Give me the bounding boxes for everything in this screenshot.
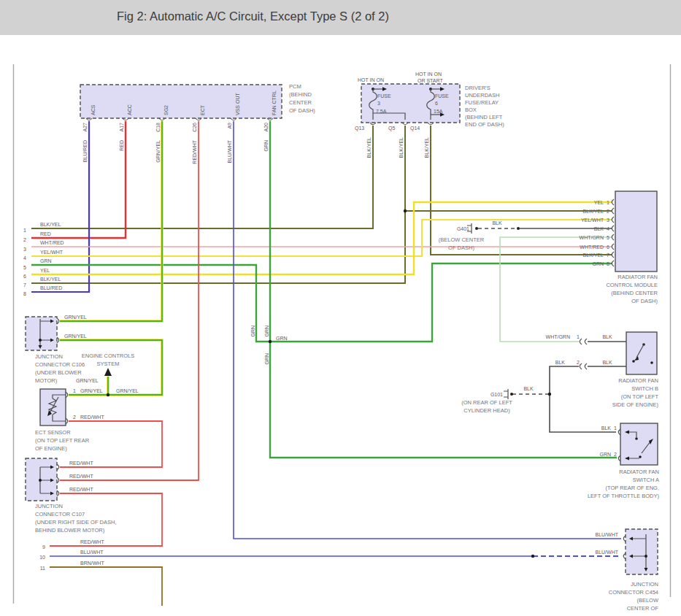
rfcm-label-3: (BEHIND CENTER bbox=[611, 290, 658, 296]
switch-b-label-4: SIDE OF ENGINE) bbox=[612, 401, 659, 408]
pcm-signal-sg2: SG2 bbox=[163, 105, 169, 115]
row3-wire: WHT/RED bbox=[40, 240, 64, 245]
g401-wire: BLK bbox=[492, 220, 502, 226]
left-edge-rows-bottom: 9 RED/WHT 10 BLU/WHT 11 BRN/WHT bbox=[39, 539, 104, 571]
c106-label-1: JUNCTION bbox=[35, 353, 63, 360]
row5-wire: GRN bbox=[40, 258, 52, 263]
fuse-wire-blkyel-3: BLK/YEL bbox=[424, 137, 429, 158]
switch-a-label-4: LEFT OF THROTTLE BODY) bbox=[588, 493, 660, 499]
fuse6-amps: 15A bbox=[434, 109, 443, 114]
rfcm-wire-3: YEL/WHT bbox=[581, 217, 604, 223]
fuse3-number: 3 bbox=[377, 101, 380, 106]
switch-a-label-2: SWITCH A bbox=[633, 477, 659, 483]
pcm-wire-grnyel: GRN/YEL bbox=[155, 140, 161, 163]
fuse6-name: FUSE bbox=[435, 93, 449, 99]
c107-label-3: (UNDER RIGHT SIDE OF DASH, bbox=[35, 519, 117, 525]
g101-name: G101 bbox=[490, 392, 503, 397]
engine-controls-arrow-icon bbox=[104, 368, 112, 376]
fuse-bus-hot-in-on: HOT IN ON bbox=[358, 77, 384, 82]
c107-label-1: JUNCTION bbox=[35, 503, 63, 509]
ect-pin1-num: 1 bbox=[73, 388, 76, 393]
fuse-wire-blkyel-2: BLK/YEL bbox=[399, 137, 404, 158]
radiator-fan-switch-a: BLK 1 GRN 2 RADIATOR FAN SWITCH A (TOP R… bbox=[588, 423, 660, 499]
g101-loc-1: (ON REAR OF LEFT bbox=[461, 399, 512, 406]
wire-red-row2-to-pcm-acc bbox=[31, 121, 126, 238]
rfcm-pin-sockets bbox=[612, 199, 614, 266]
fuse-box-label-4: BOX bbox=[465, 107, 477, 113]
fuse-pin-q5: Q5 bbox=[388, 126, 395, 131]
pcm-signal-acs: ACS bbox=[91, 104, 96, 115]
switch-b-pin2-wire-right: BLK bbox=[602, 360, 612, 365]
fuse-pin-q13: Q13 bbox=[355, 126, 364, 131]
switch-b-label-3: (ON TOP LEFT bbox=[621, 393, 659, 400]
rfcm-num-1: 1 bbox=[607, 200, 609, 205]
grn-label-rot-3: GRN bbox=[264, 353, 269, 365]
wire-brnwht-row11 bbox=[50, 567, 162, 606]
pcm-wire-grn: GRN bbox=[263, 140, 269, 152]
switch-b-pin2-num: 2 bbox=[577, 360, 580, 365]
rfcm-label-2: CONTROL MODULE bbox=[606, 282, 658, 288]
c107-wire-1: RED/WHT bbox=[69, 461, 93, 466]
rfcm-wire-6: WHT/RED bbox=[580, 245, 604, 250]
row9-wire: RED/WHT bbox=[80, 539, 104, 544]
pcm-pin-c18: C18 bbox=[155, 123, 161, 132]
row7-num: 7 bbox=[23, 282, 26, 288]
fuse-box-label-5: (BEHIND LEFT bbox=[465, 114, 503, 120]
wire-bluwht-pcm-vss-to-c454-pin1 bbox=[234, 121, 621, 539]
pcm-label-1: PCM bbox=[289, 83, 301, 90]
rfcm-box bbox=[615, 191, 657, 272]
rfcm-wire-8: GRN bbox=[592, 261, 604, 266]
rfcm-wire-4: BLK bbox=[594, 226, 604, 231]
ect-label-3: OF ENGINE) bbox=[35, 445, 67, 452]
rfcm-num-6: 6 bbox=[607, 245, 609, 250]
rfcm-num-2: 2 bbox=[607, 209, 609, 214]
wires-grn bbox=[31, 121, 617, 458]
rfcm-wire-1: YEL bbox=[594, 200, 604, 205]
rfcm-num-5: 5 bbox=[607, 235, 609, 240]
rfcm-num-7: 7 bbox=[607, 253, 609, 258]
row1-wire: BLK/YEL bbox=[40, 222, 61, 227]
c106-label-4: MOTOR) bbox=[35, 377, 58, 384]
c454-label-4: CENTER OF bbox=[627, 605, 659, 612]
row11-num: 11 bbox=[40, 566, 45, 571]
c107-label-2: CONNECTOR C107 bbox=[35, 511, 85, 517]
rfcm-label-4: OF DASH) bbox=[631, 298, 658, 304]
g101-loc-2: CYLINDER HEAD) bbox=[463, 407, 510, 414]
radiator-fan-switch-b: WHT/GRN 1 BLK BLK 2 BLK RADIATOR FAN SWI… bbox=[546, 332, 659, 408]
g101-ground-icon bbox=[504, 389, 508, 399]
fuse-box bbox=[361, 84, 460, 123]
bluwht-splice-dot bbox=[531, 555, 534, 558]
radiator-fan-control-module: YEL 1 BLK/YEL 2 YEL/WHT 3 BLK 4 WHT/GRN … bbox=[580, 191, 658, 304]
row2-wire: RED bbox=[40, 231, 51, 236]
fuse-bus-hot-in-on-2: HOT IN ON bbox=[415, 72, 442, 77]
switch-b-label-2: SWITCH B bbox=[631, 385, 658, 392]
row10-num: 10 bbox=[39, 555, 45, 560]
pcm-label-2: (BEHIND bbox=[289, 91, 312, 98]
fuse6-number: 6 bbox=[435, 101, 438, 106]
pcm-label-3: CENTER bbox=[289, 99, 312, 106]
pcm-signal-acc: ACC bbox=[127, 104, 132, 115]
c454-box bbox=[626, 529, 658, 574]
c107-wire-2: RED/WHT bbox=[69, 474, 93, 479]
wires-blu-wht bbox=[50, 121, 621, 556]
wiring-diagram-page: Fig 2: Automatic A/C Circuit, Except Typ… bbox=[0, 0, 681, 616]
c106-wire-1: GRN/YEL bbox=[64, 315, 87, 320]
rfcm-wire-2: BLK/YEL bbox=[583, 209, 604, 214]
row2-num: 2 bbox=[23, 237, 26, 242]
c106-label-2: CONNECTOR C106 bbox=[35, 361, 85, 368]
engine-controls-label-1: ENGINE CONTROLS bbox=[82, 353, 135, 359]
pcm-signal-ect: ECT bbox=[200, 104, 205, 115]
pcm-box bbox=[80, 85, 282, 118]
switch-a-pin2-wire: GRN bbox=[599, 452, 611, 457]
c107-wire-3: RED/WHT bbox=[69, 487, 93, 492]
row6-num: 6 bbox=[23, 274, 26, 279]
fuse3-amps: 7.5A bbox=[376, 109, 387, 114]
fuse-wire-blkyel-1: BLK/YEL bbox=[366, 137, 372, 158]
fuse-box-label-3: FUSE/RELAY bbox=[465, 99, 499, 106]
row8-num: 8 bbox=[23, 291, 26, 296]
row4-num: 4 bbox=[23, 255, 26, 261]
engine-controls-wire: GRN/YEL bbox=[76, 378, 99, 383]
c454-wire-1: BLU/WHT bbox=[596, 532, 619, 537]
c454-label-1: JUNCTION bbox=[631, 581, 658, 588]
wire-blk-switch-b-to-switch-a bbox=[550, 366, 616, 432]
